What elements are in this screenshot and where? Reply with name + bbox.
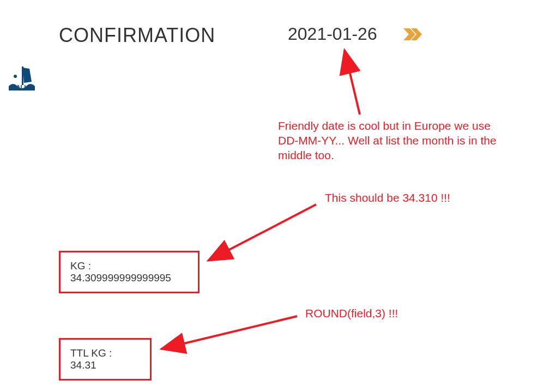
ttl-kg-value: 34.31 <box>70 359 96 371</box>
kg-value: 34.309999999999995 <box>70 272 171 284</box>
svg-line-7 <box>208 204 316 261</box>
svg-point-3 <box>14 75 17 78</box>
svg-text:IOALI: IOALI <box>10 84 26 91</box>
svg-rect-2 <box>22 67 23 85</box>
brand-logo: IOALI <box>8 64 35 91</box>
confirmation-date: 2021-01-26 <box>288 24 377 44</box>
svg-line-6 <box>344 50 360 114</box>
arrow-to-date <box>0 0 544 392</box>
page-title: CONFIRMATION <box>59 24 215 47</box>
arrow-to-ttl-box <box>0 0 544 392</box>
kg-label: KG : <box>70 260 91 272</box>
ttl-kg-label: TTL KG : <box>70 347 112 359</box>
annotation-date-format: Friendly date is cool but in Europe we u… <box>278 119 507 163</box>
ttl-kg-field-box: TTL KG : 34.31 <box>59 338 152 381</box>
annotation-kg-rounding: This should be 34.310 !!! <box>325 191 450 206</box>
svg-line-8 <box>161 316 297 349</box>
kg-field-box: KG : 34.309999999999995 <box>59 251 200 293</box>
arrow-to-kg-box <box>0 0 544 392</box>
annotation-round-formula: ROUND(field,3) !!! <box>305 306 398 321</box>
chevron-double-right-icon <box>403 28 422 40</box>
